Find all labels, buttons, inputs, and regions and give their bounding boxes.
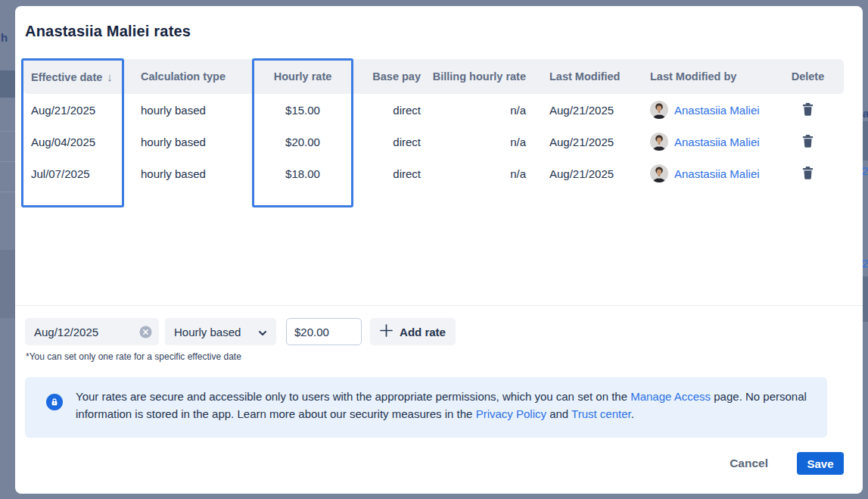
column-header-last-modified-by: Last Modified by: [639, 70, 772, 83]
backdrop-row-line: [0, 161, 15, 162]
column-header-last-modified: Last Modified: [537, 70, 639, 83]
backdrop-text-fragment: h: [1, 32, 8, 44]
table-row: Aug/04/2025 hourly based $20.00 direct n…: [23, 126, 844, 157]
backdrop-row-line: [0, 192, 15, 192]
manage-access-link[interactable]: Manage Access: [630, 390, 711, 403]
column-header-calculation-type: Calculation type: [122, 70, 254, 83]
privacy-policy-link[interactable]: Privacy Policy: [476, 407, 546, 420]
dialog-footer: Cancel Save: [725, 452, 844, 475]
cancel-button[interactable]: Cancel: [725, 456, 773, 471]
security-info-box: Your rates are secure and accessible onl…: [25, 377, 827, 438]
add-rate-button[interactable]: Add rate: [370, 318, 456, 345]
security-info-text: Your rates are secure and accessible onl…: [76, 388, 816, 423]
avatar: [650, 133, 668, 151]
backdrop-text-fragment: a: [863, 108, 868, 120]
last-modified-by-cell: Anastasiia Maliei: [639, 101, 772, 119]
chevron-down-icon: [258, 326, 267, 338]
calculation-type-value: Hourly based: [174, 326, 241, 338]
billing-hourly-rate-cell: n/a: [431, 167, 537, 180]
lock-icon: [46, 394, 63, 410]
trash-icon: [802, 170, 814, 182]
table-row: Jul/07/2025 hourly based $18.00 direct n…: [23, 157, 844, 189]
hourly-rate-cell: $18.00: [254, 167, 351, 180]
avatar: [650, 101, 668, 119]
last-modified-cell: Aug/21/2025: [537, 104, 639, 117]
backdrop-row-line: [0, 131, 15, 132]
plus-icon: [380, 324, 393, 339]
column-header-delete: Delete: [772, 70, 844, 83]
effective-date-cell: Jul/07/2025: [23, 167, 122, 180]
last-modified-cell: Aug/21/2025: [537, 167, 639, 180]
billing-hourly-rate-cell: n/a: [431, 136, 537, 148]
calculation-type-cell: hourly based: [122, 136, 254, 148]
column-header-base-pay: Base pay: [351, 70, 431, 83]
sort-descending-icon: ↓: [107, 70, 113, 83]
delete-button[interactable]: [799, 165, 817, 181]
delete-cell: [772, 101, 844, 118]
last-modified-by-cell: Anastasiia Maliei: [639, 133, 772, 151]
dialog-title: Anastasiia Maliei rates: [25, 23, 191, 40]
backdrop-text-fragment: 2: [862, 165, 868, 177]
delete-button[interactable]: [799, 133, 817, 149]
rates-dialog: Anastasiia Maliei rates Effective date↓ …: [15, 6, 863, 494]
base-pay-cell: direct: [351, 104, 431, 117]
info-text-part: and: [546, 407, 571, 420]
info-text-part: .: [631, 407, 634, 420]
base-pay-cell: direct: [351, 167, 431, 180]
table-row: Aug/21/2025 hourly based $15.00 direct n…: [23, 94, 844, 126]
user-link[interactable]: Anastasiia Maliei: [674, 167, 760, 180]
trust-center-link[interactable]: Trust center: [571, 407, 631, 420]
hourly-rate-cell: $20.00: [254, 136, 351, 148]
last-modified-cell: Aug/21/2025: [537, 136, 639, 148]
column-header-billing-hourly-rate: Billing hourly rate: [431, 70, 537, 83]
trash-icon: [802, 139, 814, 150]
effective-date-cell: Aug/21/2025: [23, 104, 122, 117]
trash-icon: [802, 107, 814, 118]
delete-cell: [772, 133, 844, 150]
hourly-rate-input[interactable]: [286, 318, 362, 345]
clear-date-button[interactable]: [139, 326, 152, 338]
user-link[interactable]: Anastasiia Maliei: [674, 104, 760, 117]
effective-date-cell: Aug/04/2025: [23, 136, 122, 148]
table-header-row: Effective date↓ Calculation type Hourly …: [23, 59, 844, 94]
user-link[interactable]: Anastasiia Maliei: [674, 136, 760, 148]
avatar: [650, 164, 668, 182]
column-header-effective-date[interactable]: Effective date↓: [23, 70, 122, 83]
divider: [15, 305, 863, 306]
rates-table: Effective date↓ Calculation type Hourly …: [23, 59, 844, 189]
backdrop-band: [0, 70, 15, 98]
backdrop-band: [863, 276, 868, 322]
note-text: *You can set only one rate for a specifi…: [26, 351, 241, 362]
clear-icon: [139, 329, 152, 341]
calculation-type-select[interactable]: Hourly based: [165, 318, 276, 345]
backdrop-band: [863, 121, 868, 161]
effective-date-value: Aug/12/2025: [34, 326, 98, 338]
save-button[interactable]: Save: [797, 452, 844, 475]
column-header-hourly-rate: Hourly rate: [254, 70, 351, 83]
hourly-rate-cell: $15.00: [254, 104, 351, 117]
calculation-type-cell: hourly based: [122, 167, 254, 180]
delete-button[interactable]: [799, 101, 817, 117]
delete-cell: [772, 165, 844, 182]
calculation-type-cell: hourly based: [122, 104, 254, 117]
info-text-part: Your rates are secure and accessible onl…: [76, 390, 630, 403]
backdrop-text-fragment: 2: [862, 257, 868, 270]
backdrop-band: [0, 250, 15, 318]
billing-hourly-rate-cell: n/a: [431, 104, 537, 117]
last-modified-by-cell: Anastasiia Maliei: [639, 164, 772, 182]
effective-date-input[interactable]: Aug/12/2025: [25, 318, 159, 345]
add-rate-label: Add rate: [400, 326, 446, 338]
base-pay-cell: direct: [351, 136, 431, 148]
add-rate-form: Aug/12/2025 Hourly based Add rate: [25, 318, 456, 345]
